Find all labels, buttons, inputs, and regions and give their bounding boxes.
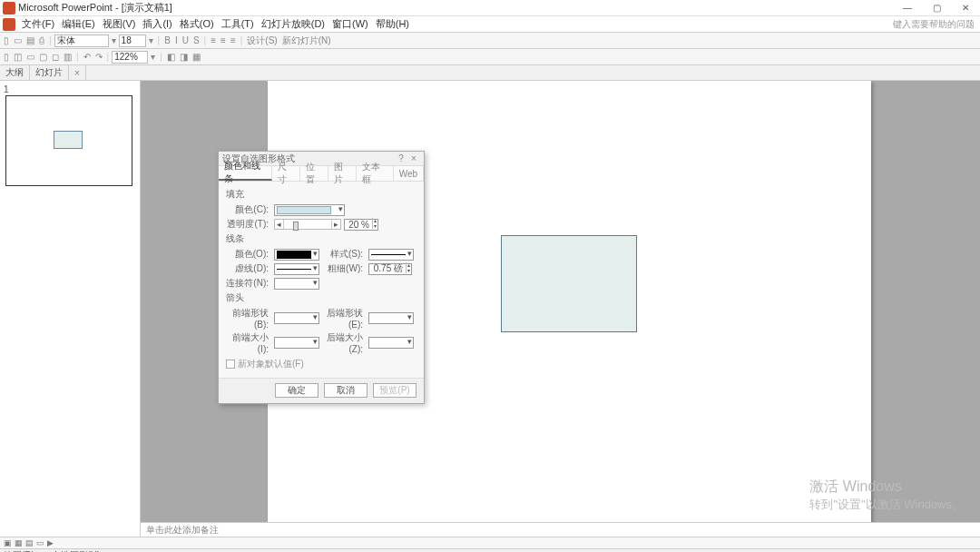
dash-label: 虚线(D):	[226, 262, 271, 275]
view-reading-icon[interactable]: ▭	[36, 538, 44, 547]
tb-shadow-icon[interactable]: S	[191, 35, 201, 45]
end-size-label: 后端大小(Z):	[322, 331, 366, 354]
slides-tab[interactable]: 幻灯片	[30, 65, 69, 80]
begin-shape-label: 前端形状(B):	[226, 307, 271, 330]
transparency-slider[interactable]: ◂▸	[274, 219, 341, 230]
slide-number: 1	[4, 84, 9, 94]
weight-label: 粗细(W):	[322, 262, 366, 275]
font-select[interactable]: 宋体	[54, 34, 109, 47]
zoom-select[interactable]: 122%	[112, 51, 148, 64]
font-size-select[interactable]: 18	[119, 34, 146, 47]
rectangle-shape[interactable]	[501, 235, 637, 332]
tab-web[interactable]: Web	[394, 166, 424, 181]
tab-colors-lines[interactable]: 颜色和线条	[219, 166, 272, 181]
doc-icon	[3, 18, 15, 31]
slide-thumbnail-1[interactable]	[5, 95, 132, 186]
end-shape-select[interactable]	[368, 312, 414, 324]
checkbox-icon	[226, 360, 235, 369]
line-style-select[interactable]	[368, 249, 414, 261]
maximize-button[interactable]: ▢	[922, 0, 951, 16]
drawing-toolbar: 绘图(R) | 自选图形(U) ▾ ＼ ↘ ▭ ○ A 𝐀 ◧ ◨ A̲	[0, 548, 980, 552]
default-for-new-checkbox[interactable]: 新对象默认值(F)	[226, 358, 416, 370]
dialog-help-button[interactable]: ?	[395, 153, 407, 163]
tb-save-icon[interactable]: ▤	[24, 35, 36, 45]
begin-size-select[interactable]	[274, 337, 319, 349]
tb-print-icon[interactable]: ⎙	[37, 35, 46, 45]
menu-help[interactable]: 帮助(H)	[372, 17, 413, 31]
tab-picture[interactable]: 图片	[328, 166, 357, 181]
minimize-button[interactable]: —	[893, 0, 922, 16]
view-notes-icon[interactable]: ▤	[25, 538, 34, 547]
menu-view[interactable]: 视图(V)	[99, 17, 140, 31]
dialog-tabs: 颜色和线条 尺寸 位置 图片 文本框 Web	[219, 166, 424, 182]
dash-select[interactable]	[274, 263, 319, 275]
standard-toolbar: ▯ ▭ ▤ ⎙ | 宋体 ▾ 18 ▾ | B I U S | ≡≡≡ | 设计…	[0, 33, 980, 49]
menu-window[interactable]: 窗口(W)	[328, 17, 372, 31]
view-sorter-icon[interactable]: ▦	[15, 538, 23, 547]
format-autoshape-dialog: 设置自选图形格式 ? × 颜色和线条 尺寸 位置 图片 文本框 Web 填充 颜…	[218, 151, 425, 404]
outline-tab[interactable]: 大纲	[0, 65, 30, 80]
menu-insert[interactable]: 插入(I)	[139, 17, 175, 31]
close-button[interactable]: ✕	[951, 0, 980, 16]
formatting-toolbar: ▯◫▭ ▢◻▥ | ↶↷ | 122% ▾ | ◧◨▦	[0, 49, 980, 65]
connector-select[interactable]	[274, 278, 319, 290]
begin-size-label: 前端大小(I):	[226, 331, 271, 354]
weight-value[interactable]: 0.75 磅	[368, 263, 412, 275]
menu-tools[interactable]: 工具(T)	[218, 17, 258, 31]
panel-tab-strip: 大纲 幻灯片 ×	[0, 65, 980, 81]
close-pane-button[interactable]: ×	[69, 65, 86, 80]
cancel-button[interactable]: 取消	[324, 383, 368, 398]
tab-position[interactable]: 位置	[300, 166, 328, 181]
menu-slideshow[interactable]: 幻灯片放映(D)	[258, 17, 328, 31]
notes-placeholder: 单击此处添加备注	[146, 524, 219, 537]
tab-textbox[interactable]: 文本框	[357, 166, 393, 181]
title-bar: Microsoft PowerPoint - [演示文稿1] — ▢ ✕	[0, 0, 980, 16]
transparency-value[interactable]: 20 %	[344, 219, 378, 231]
tb-new-icon[interactable]: ▯	[2, 35, 11, 45]
notes-pane[interactable]: 单击此处添加备注	[141, 522, 980, 537]
tb-underline-icon[interactable]: U	[181, 35, 191, 45]
end-size-select[interactable]	[368, 337, 414, 349]
view-switcher[interactable]: ▣ ▦ ▤ ▭ ▶	[0, 537, 980, 548]
line-style-label: 样式(S):	[322, 248, 366, 261]
line-section-header: 线条	[226, 232, 416, 245]
thumbnail-shape	[54, 131, 83, 149]
line-color-select[interactable]	[274, 249, 319, 261]
view-normal-icon[interactable]: ▣	[4, 538, 12, 547]
fill-color-select[interactable]	[274, 204, 345, 216]
ok-button[interactable]: 确定	[275, 383, 318, 398]
menu-bar: 文件(F) 编辑(E) 视图(V) 插入(I) 格式(O) 工具(T) 幻灯片放…	[0, 16, 980, 33]
menu-format[interactable]: 格式(O)	[176, 17, 218, 31]
ask-help-box[interactable]: 键入需要帮助的问题	[893, 18, 980, 31]
window-title: Microsoft PowerPoint - [演示文稿1]	[18, 1, 893, 15]
tb-italic-icon[interactable]: I	[173, 35, 180, 45]
tb-bold-icon[interactable]: B	[162, 35, 172, 45]
transparency-label: 透明度(T):	[226, 218, 271, 231]
fill-color-label: 颜色(C):	[226, 203, 271, 216]
line-color-label: 颜色(O):	[226, 248, 271, 261]
menu-file[interactable]: 文件(F)	[18, 17, 58, 31]
tb-newslide[interactable]: 新幻灯片(N)	[280, 34, 333, 47]
tb-open-icon[interactable]: ▭	[12, 35, 24, 45]
preview-button[interactable]: 预览(P)	[373, 383, 416, 398]
app-icon	[3, 2, 15, 15]
begin-shape-select[interactable]	[274, 312, 319, 324]
fill-section-header: 填充	[226, 188, 416, 201]
arrow-section-header: 箭头	[226, 291, 416, 304]
menu-edit[interactable]: 编辑(E)	[58, 17, 99, 31]
end-shape-label: 后端形状(E):	[322, 307, 366, 330]
main-area: 1 单击此处添加备注 激活 Windows 转到"设置"以激活 Windows。	[0, 81, 980, 537]
thumbnail-panel: 1	[0, 81, 141, 537]
tab-size[interactable]: 尺寸	[272, 166, 300, 181]
tb-design[interactable]: 设计(S)	[245, 34, 279, 47]
connector-label: 连接符(N):	[226, 277, 271, 290]
view-slideshow-icon[interactable]: ▶	[47, 538, 54, 547]
dialog-close-button[interactable]: ×	[407, 153, 420, 163]
